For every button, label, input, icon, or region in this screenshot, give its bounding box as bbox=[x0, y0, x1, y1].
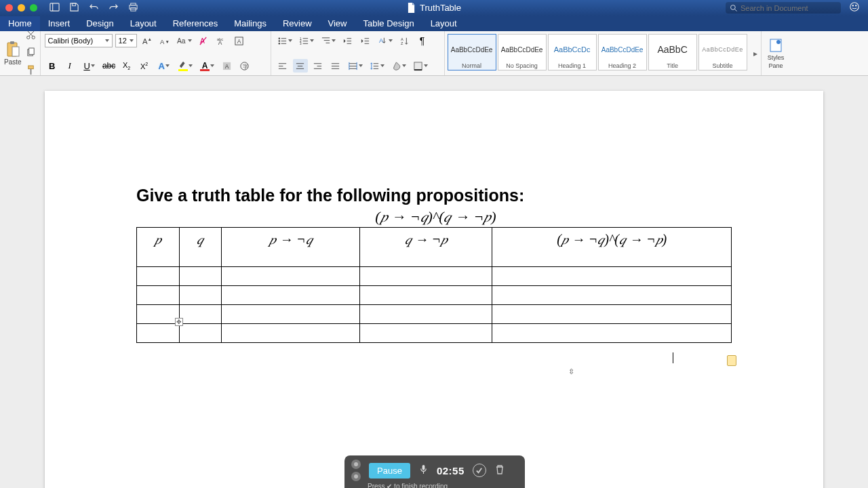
bold-button[interactable]: B bbox=[45, 59, 60, 73]
font-size-select[interactable]: 12 bbox=[115, 34, 137, 47]
table-header-cell[interactable]: 𝑝 → ¬𝑞 bbox=[222, 228, 360, 267]
table-cell[interactable] bbox=[179, 324, 222, 343]
table-cell[interactable] bbox=[222, 324, 360, 343]
table-cell[interactable] bbox=[492, 324, 732, 343]
sort-icon[interactable]: AZ bbox=[397, 34, 412, 47]
table-header-cell[interactable]: (𝑝 → ¬𝑞)^(𝑞 → ¬𝑝) bbox=[492, 228, 732, 267]
print-icon[interactable] bbox=[128, 2, 138, 14]
subscript-button[interactable]: X2 bbox=[119, 59, 134, 73]
styles-pane-button[interactable]: Styles Pane bbox=[761, 31, 791, 75]
styles-more-button[interactable]: ▸ bbox=[750, 31, 761, 75]
decrease-font-icon[interactable]: A▼ bbox=[157, 34, 172, 47]
clear-formatting-icon[interactable]: A bbox=[197, 34, 212, 47]
multilevel-list-icon[interactable] bbox=[319, 36, 338, 46]
phonetic-guide-icon[interactable]: abcA bbox=[214, 34, 229, 47]
table-cell[interactable] bbox=[222, 267, 360, 286]
record-stop-icon[interactable] bbox=[351, 460, 361, 469]
table-cell[interactable] bbox=[492, 286, 732, 305]
justify-icon[interactable] bbox=[328, 59, 343, 73]
increase-font-icon[interactable]: A▲ bbox=[140, 34, 155, 47]
tab-view[interactable]: View bbox=[320, 16, 355, 31]
table-header-cell[interactable]: 𝑝 bbox=[137, 228, 180, 267]
style-heading-1[interactable]: AaBbCcDcHeading 1 bbox=[548, 34, 597, 70]
microphone-icon[interactable] bbox=[418, 464, 429, 476]
copy-icon[interactable] bbox=[26, 47, 36, 60]
tab-insert[interactable]: Insert bbox=[40, 16, 79, 31]
table-header-cell[interactable]: 𝑞 → ¬𝑝 bbox=[360, 228, 492, 267]
search-input[interactable] bbox=[741, 4, 835, 12]
table-cell[interactable] bbox=[492, 267, 732, 286]
table-cell[interactable] bbox=[360, 324, 492, 343]
tab-review[interactable]: Review bbox=[275, 16, 320, 31]
page[interactable]: Give a truth table for the following pro… bbox=[45, 91, 823, 488]
show-marks-icon[interactable]: ¶ bbox=[415, 34, 430, 47]
shading-icon[interactable] bbox=[389, 61, 408, 71]
table-cell[interactable] bbox=[492, 305, 732, 324]
numbering-icon[interactable]: 123 bbox=[297, 36, 316, 46]
style-heading-2[interactable]: AaBbCcDdEeHeading 2 bbox=[598, 34, 647, 70]
table-cell[interactable] bbox=[137, 305, 180, 324]
table-header-cell[interactable]: 𝑞 bbox=[179, 228, 222, 267]
table-cell[interactable] bbox=[222, 305, 360, 324]
paste-options-icon[interactable] bbox=[727, 355, 736, 366]
font-name-select[interactable]: Calibri (Body) bbox=[45, 34, 113, 47]
line-spacing-icon[interactable] bbox=[368, 61, 387, 71]
delete-recording-icon[interactable] bbox=[494, 464, 505, 477]
text-direction-icon[interactable]: A bbox=[376, 36, 395, 46]
table-cell[interactable] bbox=[137, 286, 180, 305]
enclose-characters-icon[interactable]: 字 bbox=[237, 59, 252, 73]
text-effects-icon[interactable]: A bbox=[155, 61, 174, 71]
character-shading-icon[interactable]: A bbox=[220, 59, 235, 73]
table-cell[interactable] bbox=[179, 267, 222, 286]
table-move-handle[interactable]: ✥ bbox=[175, 318, 183, 326]
style-subtitle[interactable]: AaBbCcDdEeSubtitle bbox=[698, 34, 747, 70]
tab-layout[interactable]: Layout bbox=[422, 16, 465, 31]
borders-icon[interactable] bbox=[411, 61, 430, 71]
font-color-icon[interactable]: A bbox=[198, 61, 217, 71]
close-window-button[interactable] bbox=[5, 4, 13, 12]
feedback-icon[interactable] bbox=[849, 1, 860, 14]
save-icon[interactable] bbox=[69, 2, 79, 14]
tab-references[interactable]: References bbox=[165, 16, 226, 31]
style-no-spacing[interactable]: AaBbCcDdEeNo Spacing bbox=[498, 34, 547, 70]
table-cell[interactable] bbox=[360, 305, 492, 324]
character-border-icon[interactable]: A bbox=[232, 34, 247, 47]
bullets-icon[interactable] bbox=[275, 36, 294, 46]
strikethrough-button[interactable]: abc bbox=[102, 59, 117, 73]
style-normal[interactable]: AaBbCcDdEeNormal bbox=[448, 34, 496, 70]
paste-button[interactable]: Paste bbox=[4, 41, 22, 66]
pause-button[interactable]: Pause bbox=[369, 463, 410, 479]
highlight-color-icon[interactable] bbox=[176, 60, 195, 71]
search-box[interactable] bbox=[726, 2, 841, 14]
italic-button[interactable]: I bbox=[62, 59, 77, 73]
decrease-indent-icon[interactable] bbox=[340, 34, 355, 47]
align-right-icon[interactable] bbox=[311, 59, 326, 73]
truth-table[interactable]: 𝑝𝑞𝑝 → ¬𝑞𝑞 → ¬𝑝(𝑝 → ¬𝑞)^(𝑞 → ¬𝑝) bbox=[136, 227, 732, 343]
tab-layout[interactable]: Layout bbox=[122, 16, 165, 31]
table-cell[interactable] bbox=[360, 286, 492, 305]
table-cell[interactable] bbox=[137, 267, 180, 286]
align-center-icon[interactable] bbox=[293, 59, 308, 73]
tab-mailings[interactable]: Mailings bbox=[226, 16, 275, 31]
tab-design[interactable]: Design bbox=[78, 16, 121, 31]
distributed-icon[interactable] bbox=[346, 61, 365, 71]
underline-button[interactable]: U bbox=[80, 61, 99, 71]
sidebar-toggle-icon[interactable] bbox=[50, 2, 60, 14]
redo-icon[interactable] bbox=[108, 2, 119, 14]
undo-icon[interactable] bbox=[89, 2, 99, 14]
align-left-icon[interactable] bbox=[275, 59, 290, 73]
change-case-icon[interactable]: Aa bbox=[175, 36, 194, 46]
format-painter-icon[interactable] bbox=[26, 65, 36, 77]
superscript-button[interactable]: X2 bbox=[137, 59, 152, 73]
style-title[interactable]: AaBbCTitle bbox=[648, 34, 697, 70]
table-cell[interactable] bbox=[179, 305, 222, 324]
minimize-window-button[interactable] bbox=[18, 4, 25, 12]
zoom-window-button[interactable] bbox=[30, 4, 37, 12]
tab-table-design[interactable]: Table Design bbox=[355, 16, 422, 31]
table-cell[interactable] bbox=[360, 267, 492, 286]
increase-indent-icon[interactable] bbox=[358, 34, 373, 47]
table-cell[interactable] bbox=[179, 286, 222, 305]
cut-icon[interactable] bbox=[26, 30, 36, 42]
table-cell[interactable] bbox=[222, 286, 360, 305]
finish-recording-button[interactable] bbox=[473, 464, 486, 477]
